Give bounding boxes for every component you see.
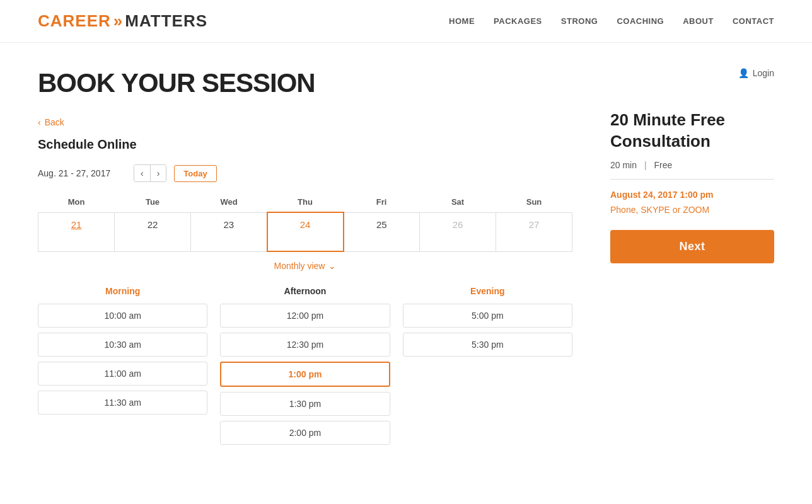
- calendar-date-range: Aug. 21 - 27, 2017: [38, 168, 126, 178]
- nav-packages[interactable]: PACKAGES: [494, 16, 542, 26]
- calendar-prev-button[interactable]: ‹: [134, 165, 151, 181]
- time-slot-200pm[interactable]: 2:00 pm: [220, 421, 390, 445]
- calendar-week-row: 21 22 23 24 25 26 27: [38, 212, 572, 251]
- calendar-day-25[interactable]: 25: [344, 212, 420, 251]
- evening-column: Evening 5:00 pm 5:30 pm: [403, 286, 572, 450]
- calendar-header-row: Mon Tue Wed Thu Fri Sat Sun: [38, 192, 572, 212]
- calendar-header-sat: Sat: [420, 192, 496, 212]
- meta-separator: |: [644, 160, 647, 170]
- next-button[interactable]: Next: [610, 230, 774, 263]
- consultation-price: Free: [654, 160, 672, 170]
- calendar-grid: Mon Tue Wed Thu Fri Sat Sun 21 22 23 24 …: [38, 192, 572, 252]
- calendar-header-mon: Mon: [38, 192, 115, 212]
- nav-home[interactable]: HOME: [449, 16, 475, 26]
- divider: [610, 179, 774, 180]
- calendar-header-thu: Thu: [267, 192, 344, 212]
- calendar-day-22[interactable]: 22: [115, 212, 191, 251]
- main-content: BOOK YOUR SESSION ‹ Back Schedule Online…: [0, 43, 812, 475]
- time-slot-500pm[interactable]: 5:00 pm: [403, 304, 572, 328]
- calendar-header-tue: Tue: [115, 192, 191, 212]
- chevron-left-icon: ‹: [38, 117, 41, 127]
- page-title: BOOK YOUR SESSION: [38, 68, 572, 98]
- consultation-location: Phone, SKYPE or ZOOM: [610, 205, 774, 215]
- time-slots-section: Morning 10:00 am 10:30 am 11:00 am 11:30…: [38, 286, 572, 450]
- nav-coaching[interactable]: COACHING: [617, 16, 664, 26]
- calendar-day-26: 26: [420, 212, 496, 251]
- consultation-datetime: August 24, 2017 1:00 pm: [610, 190, 774, 200]
- consultation-duration: 20 min: [610, 160, 637, 170]
- time-slot-1030am[interactable]: 10:30 am: [38, 333, 207, 357]
- consultation-meta: 20 min | Free: [610, 160, 774, 170]
- monthly-view-button[interactable]: Monthly view ⌄: [274, 261, 337, 271]
- nav-contact[interactable]: CONTACT: [733, 16, 774, 26]
- calendar-day-23[interactable]: 23: [191, 212, 267, 251]
- left-panel: BOOK YOUR SESSION ‹ Back Schedule Online…: [38, 68, 572, 450]
- time-slot-1130am[interactable]: 11:30 am: [38, 391, 207, 415]
- calendar-header-fri: Fri: [344, 192, 420, 212]
- calendar-today-button[interactable]: Today: [174, 165, 216, 182]
- time-slot-1200pm[interactable]: 12:00 pm: [220, 304, 390, 328]
- back-link[interactable]: ‹ Back: [38, 117, 572, 127]
- monthly-view-label: Monthly view: [274, 261, 325, 271]
- morning-column: Morning 10:00 am 10:30 am 11:00 am 11:30…: [38, 286, 207, 450]
- logo-arrows: »: [113, 11, 122, 31]
- time-slot-530pm[interactable]: 5:30 pm: [403, 333, 572, 357]
- consultation-title: 20 Minute Free Consultation: [610, 110, 774, 152]
- calendar-header-wed: Wed: [191, 192, 267, 212]
- nav-strong[interactable]: STRONG: [561, 16, 598, 26]
- calendar-next-button[interactable]: ›: [151, 165, 166, 181]
- login-label: Login: [753, 68, 774, 78]
- logo-career: CAREER: [38, 11, 111, 31]
- calendar-header-sun: Sun: [496, 192, 572, 212]
- time-slot-130pm[interactable]: 1:30 pm: [220, 392, 390, 416]
- site-header: CAREER » MATTERS HOME PACKAGES STRONG CO…: [0, 0, 812, 43]
- calendar-day-24[interactable]: 24: [267, 212, 344, 251]
- time-slot-1000am[interactable]: 10:00 am: [38, 304, 207, 328]
- logo-matters: MATTERS: [125, 11, 207, 31]
- logo: CAREER » MATTERS: [38, 11, 207, 31]
- time-slot-1100am[interactable]: 11:00 am: [38, 362, 207, 386]
- afternoon-title: Afternoon: [220, 286, 390, 296]
- calendar-day-21[interactable]: 21: [38, 212, 115, 251]
- time-slot-1230pm[interactable]: 12:30 pm: [220, 333, 390, 357]
- monthly-view-toggle: Monthly view ⌄: [38, 261, 572, 271]
- schedule-title: Schedule Online: [38, 137, 572, 152]
- login-row[interactable]: 👤 Login: [610, 68, 774, 78]
- chevron-down-icon: ⌄: [328, 261, 336, 271]
- time-slot-100pm[interactable]: 1:00 pm: [220, 362, 390, 387]
- calendar-day-27: 27: [496, 212, 572, 251]
- morning-title: Morning: [38, 286, 207, 296]
- evening-title: Evening: [403, 286, 572, 296]
- calendar-nav: Aug. 21 - 27, 2017 ‹ › Today: [38, 164, 572, 182]
- back-label: Back: [45, 117, 64, 127]
- afternoon-column: Afternoon 12:00 pm 12:30 pm 1:00 pm 1:30…: [220, 286, 390, 450]
- nav-about[interactable]: ABOUT: [683, 16, 714, 26]
- main-nav: HOME PACKAGES STRONG COACHING ABOUT CONT…: [449, 16, 774, 26]
- person-icon: 👤: [738, 68, 749, 78]
- right-panel: 👤 Login 20 Minute Free Consultation 20 m…: [610, 68, 774, 450]
- calendar-arrows: ‹ ›: [134, 164, 166, 182]
